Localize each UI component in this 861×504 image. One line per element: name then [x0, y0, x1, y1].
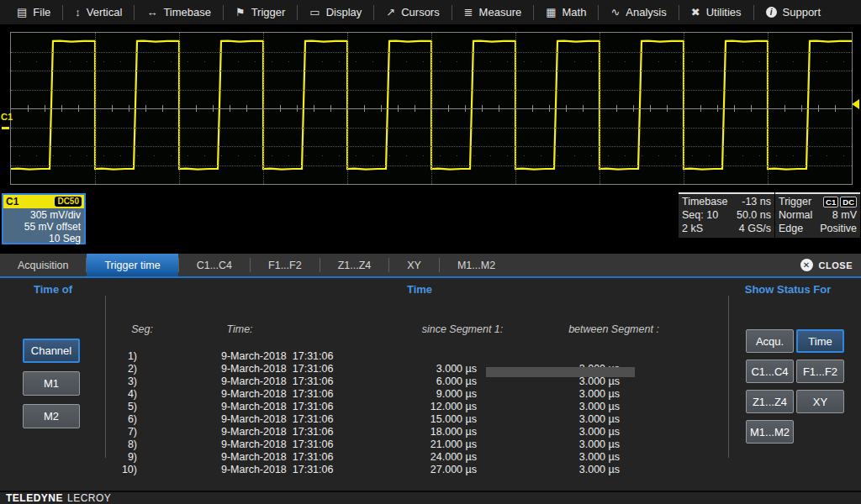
- grid-tick: [616, 105, 617, 112]
- grid-tick: [213, 105, 214, 112]
- waveform-region: C1 C1 DC50 305 mV/div 55 mV offset 10 Se…: [0, 25, 861, 254]
- grid-tick: [465, 105, 466, 112]
- grid-tick: [566, 105, 567, 112]
- grid-tick: [145, 105, 146, 112]
- c1-offset-value: 55 mV offset: [3, 221, 81, 233]
- status-button-time[interactable]: Time: [796, 329, 844, 353]
- menu-item-label: Utilities: [706, 6, 742, 18]
- menu-item-file[interactable]: ▤File: [5, 0, 62, 25]
- grid-tick: [633, 105, 634, 112]
- timebase-descriptor-box[interactable]: Timebase -13 ns Seq: 10 50.0 ns 2 kS 4 G…: [679, 192, 774, 238]
- status-button-m1-m2[interactable]: M1...M2: [746, 420, 794, 444]
- grid-tick: [684, 105, 684, 112]
- grid-tick: [61, 105, 62, 112]
- button-m2[interactable]: M2: [23, 404, 80, 428]
- menu-item-math[interactable]: ▦Math: [534, 0, 598, 25]
- trigger-source-badge: C1: [823, 197, 838, 207]
- grid-tick: [650, 105, 651, 112]
- trigger-descriptor-box[interactable]: Trigger C1 DC Normal 8 mV Edge Positive: [775, 192, 860, 238]
- oscilloscope-screen: ▤File↕Vertical↔Timebase⚑Trigger▭Display↗…: [0, 0, 861, 504]
- menu-item-label: Vertical: [87, 6, 123, 18]
- menu-item-utilities[interactable]: ✖Utilities: [679, 0, 753, 25]
- c1-descriptor-box[interactable]: C1 DC50 305 mV/div 55 mV offset 10 Seg: [2, 193, 86, 244]
- cell-seg: 3): [99, 375, 137, 388]
- tab-z1-z4[interactable]: Z1...Z4: [320, 254, 389, 276]
- tab-m1-m2[interactable]: M1...M2: [440, 254, 513, 276]
- menu-item-analysis[interactable]: ∿Analysis: [599, 0, 678, 25]
- c1-segments-value: 10 Seg: [3, 233, 81, 244]
- grid-tick: [818, 105, 819, 112]
- grid-tick: [532, 105, 533, 112]
- menu-item-label: Timebase: [163, 6, 211, 18]
- tab-c1-c4[interactable]: C1...C4: [179, 254, 250, 276]
- status-button-f1-f2[interactable]: F1...F2: [796, 360, 844, 383]
- grid-tick: [263, 105, 264, 112]
- status-button-c1-c4[interactable]: C1...C4: [746, 360, 794, 383]
- cell-seg: 1): [99, 350, 137, 363]
- grid-tick: [95, 105, 96, 112]
- cell-between: 3.000 µs: [496, 388, 620, 401]
- timebase-samples-value: 2 kS: [682, 222, 703, 235]
- grid-tick: [700, 105, 701, 112]
- grid-tick: [280, 105, 281, 112]
- display-monitor-icon: ▭: [309, 7, 320, 18]
- timebase-delay-value: -13 ns: [742, 195, 771, 208]
- c1-descriptor-name: C1: [6, 196, 18, 207]
- table-row: 6)9-March-2018 17:31:0615.000 µs3.000 µs: [0, 413, 861, 426]
- vertical-arrows-icon: ↕: [75, 7, 81, 18]
- button-m1[interactable]: M1: [23, 371, 80, 396]
- cell-between: 3.000 µs: [496, 438, 620, 451]
- math-grid-icon: ▦: [546, 7, 556, 18]
- status-button-xy[interactable]: XY: [796, 390, 844, 413]
- grid-tick: [381, 105, 382, 112]
- menu-bar: ▤File↕Vertical↔Timebase⚑Trigger▭Display↗…: [0, 0, 861, 25]
- menu-item-trigger[interactable]: ⚑Trigger: [224, 0, 297, 25]
- tab-trigger-time[interactable]: Trigger time: [87, 254, 177, 276]
- button-channel[interactable]: Channel: [23, 339, 80, 363]
- menu-item-timebase[interactable]: ↔Timebase: [135, 0, 223, 25]
- tab-f1-f2[interactable]: F1...F2: [251, 254, 320, 276]
- channel-c1-label: C1: [1, 112, 13, 122]
- cell-since: 24.000 µs: [353, 451, 477, 464]
- c1-coupling-badge: DC50: [55, 197, 82, 207]
- menu-item-support[interactable]: iSupport: [754, 0, 833, 25]
- menu-item-measure[interactable]: ≣Measure: [452, 0, 533, 25]
- brand-lecroy: LECROY: [67, 492, 111, 504]
- info-circle-icon: i: [766, 7, 777, 18]
- header-time: Time:: [193, 323, 286, 336]
- grid-hline: [11, 146, 852, 147]
- cell-since: [353, 350, 477, 363]
- grid-tick: [835, 105, 836, 112]
- status-button-z1-z4[interactable]: Z1...Z4: [746, 390, 794, 413]
- grid-tick: [398, 105, 399, 112]
- cell-seg: 8): [99, 438, 137, 451]
- grid-tick: [515, 105, 516, 112]
- grid-tick: [482, 105, 483, 112]
- tab-xy[interactable]: XY: [389, 254, 439, 276]
- status-button-acqu[interactable]: Acqu.: [746, 329, 794, 353]
- menu-item-cursors[interactable]: ↗Cursors: [374, 0, 451, 25]
- cursor-arrow-icon: ↗: [386, 7, 395, 18]
- menu-item-vertical[interactable]: ↕Vertical: [63, 0, 134, 25]
- grid-tick: [784, 105, 785, 112]
- tab-acquisition[interactable]: Acquisition: [0, 254, 86, 276]
- show-status-for-label: Show Status For: [730, 283, 846, 296]
- grid-minor-dots: [11, 61, 852, 62]
- grid-tick: [415, 105, 415, 112]
- menu-item-label: Trigger: [251, 6, 286, 18]
- grid-tick: [431, 105, 432, 112]
- trigger-mode-value: Normal: [779, 208, 812, 222]
- cell-since: 9.000 µs: [353, 388, 477, 401]
- menu-item-label: Math: [562, 6, 586, 18]
- channel-offset-marker[interactable]: [2, 127, 9, 129]
- c1-descriptor-body: 305 mV/div 55 mV offset 10 Seg: [3, 208, 84, 244]
- cell-seg: 2): [99, 363, 137, 375]
- header-between-segment: between Segment :: [538, 323, 689, 336]
- close-button[interactable]: ✕ CLOSE: [800, 254, 853, 276]
- cell-between: [496, 350, 620, 363]
- table-row: 5)9-March-2018 17:31:0612.000 µs3.000 µs: [0, 401, 861, 413]
- menu-item-display[interactable]: ▭Display: [298, 0, 373, 25]
- trigger-level-arrow-icon[interactable]: [852, 99, 859, 109]
- grid-tick: [768, 105, 769, 112]
- c1-descriptor-header: C1 DC50: [3, 195, 84, 208]
